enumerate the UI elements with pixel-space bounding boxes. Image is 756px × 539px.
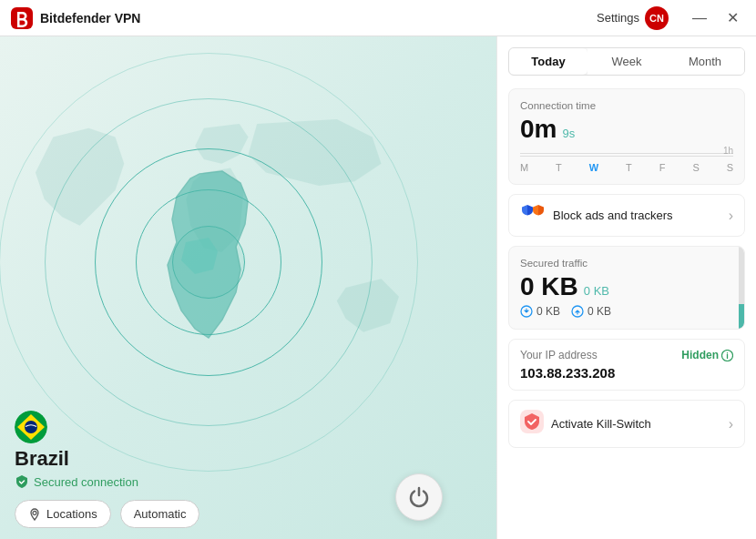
window-controls: — ✕ <box>687 5 745 31</box>
minimize-button[interactable]: — <box>687 5 712 31</box>
ip-label: Your IP address <box>520 349 598 361</box>
time-bar <box>520 153 733 157</box>
day-sun: S <box>727 162 733 173</box>
killswitch-shield-icon <box>520 410 544 433</box>
block-ads-shield-icon <box>520 204 546 222</box>
right-panel: Today Week Month Connection time 0m 9s M… <box>496 36 756 539</box>
shield-icon <box>15 474 29 489</box>
traffic-value: 0 KB 0 KB <box>520 272 733 301</box>
settings-button[interactable]: Settings CN <box>597 6 669 30</box>
automatic-label: Automatic <box>134 507 187 521</box>
traffic-bar-fill <box>739 304 744 329</box>
tab-today[interactable]: Today <box>509 48 587 75</box>
connection-time-value: 0m 9s <box>520 115 733 144</box>
settings-label: Settings <box>597 11 639 25</box>
ip-value: 103.88.233.208 <box>520 365 733 381</box>
days-row: M T W T F S S <box>520 162 733 173</box>
titlebar-left: Bitdefender VPN <box>11 7 140 29</box>
app-title: Bitdefender VPN <box>40 11 140 25</box>
killswitch-icon <box>520 410 544 438</box>
traffic-sub: 0 KB <box>584 284 609 298</box>
block-ads-label: Block ads and trackers <box>553 208 673 222</box>
locations-label: Locations <box>46 507 97 521</box>
country-info: Brazil Secured connection <box>15 411 138 489</box>
power-button[interactable] <box>395 473 443 521</box>
ip-header: Your IP address Hidden <box>520 349 733 361</box>
location-pin-icon <box>28 508 41 521</box>
block-ads-left: Block ads and trackers <box>520 204 673 227</box>
time-bar-line-1 <box>520 153 733 154</box>
bottom-buttons: Locations Automatic <box>15 500 199 528</box>
close-button[interactable]: ✕ <box>720 5 745 31</box>
titlebar: Bitdefender VPN Settings CN — ✕ <box>0 0 756 36</box>
killswitch-chevron-icon: › <box>729 416 733 432</box>
ip-card: Your IP address Hidden 103.88.233.208 <box>508 339 745 391</box>
info-icon <box>721 350 733 361</box>
killswitch-left: Activate Kill-Switch <box>520 410 651 438</box>
south-america-map <box>149 169 268 355</box>
traffic-upload: 0 KB <box>571 305 611 318</box>
time-tabs: Today Week Month <box>508 47 745 76</box>
power-icon <box>406 484 432 510</box>
locations-button[interactable]: Locations <box>15 500 111 528</box>
connection-time-card: Connection time 0m 9s M T W T F S S <box>508 88 745 185</box>
day-tue: T <box>556 162 562 173</box>
traffic-label: Secured traffic <box>520 258 733 269</box>
secured-badge: Secured connection <box>15 474 138 489</box>
user-avatar: CN <box>645 6 669 30</box>
killswitch-label: Activate Kill-Switch <box>551 417 651 431</box>
automatic-button[interactable]: Automatic <box>120 500 200 528</box>
app-logo-icon <box>11 7 33 29</box>
day-sat: S <box>692 162 699 173</box>
connection-time-sub: 9s <box>562 127 575 140</box>
tab-week[interactable]: Week <box>587 48 666 75</box>
time-bar-line-2 <box>520 156 733 157</box>
ip-hidden-badge: Hidden <box>681 349 733 361</box>
block-ads-card[interactable]: Block ads and trackers › <box>508 194 745 237</box>
main-content: Brazil Secured connection Locations Auto… <box>0 36 756 539</box>
traffic-row: 0 KB 0 KB <box>520 305 733 318</box>
secured-label: Secured connection <box>34 475 138 489</box>
svg-point-4 <box>33 511 36 514</box>
country-name: Brazil <box>15 447 138 471</box>
connection-time-label: Connection time <box>520 100 733 111</box>
traffic-bar <box>739 247 744 329</box>
download-value: 0 KB <box>536 305 560 318</box>
day-mon: M <box>520 162 528 173</box>
titlebar-right: Settings CN — ✕ <box>597 5 745 31</box>
day-thu: T <box>626 162 632 173</box>
day-wed: W <box>589 162 598 173</box>
traffic-card: Secured traffic 0 KB 0 KB 0 KB <box>508 246 745 330</box>
block-ads-chevron-icon: › <box>729 208 733 224</box>
upload-icon <box>571 305 584 318</box>
svg-point-3 <box>25 421 37 433</box>
svg-point-8 <box>727 352 728 353</box>
map-area: Brazil Secured connection Locations Auto… <box>0 36 496 539</box>
brazil-flag-icon <box>15 411 47 443</box>
killswitch-card[interactable]: Activate Kill-Switch › <box>508 400 745 448</box>
day-fri: F <box>659 162 666 173</box>
block-ads-icon <box>520 204 546 227</box>
download-icon <box>520 305 533 318</box>
traffic-download: 0 KB <box>520 305 560 318</box>
tab-month[interactable]: Month <box>666 48 744 75</box>
upload-value: 0 KB <box>587 305 611 318</box>
